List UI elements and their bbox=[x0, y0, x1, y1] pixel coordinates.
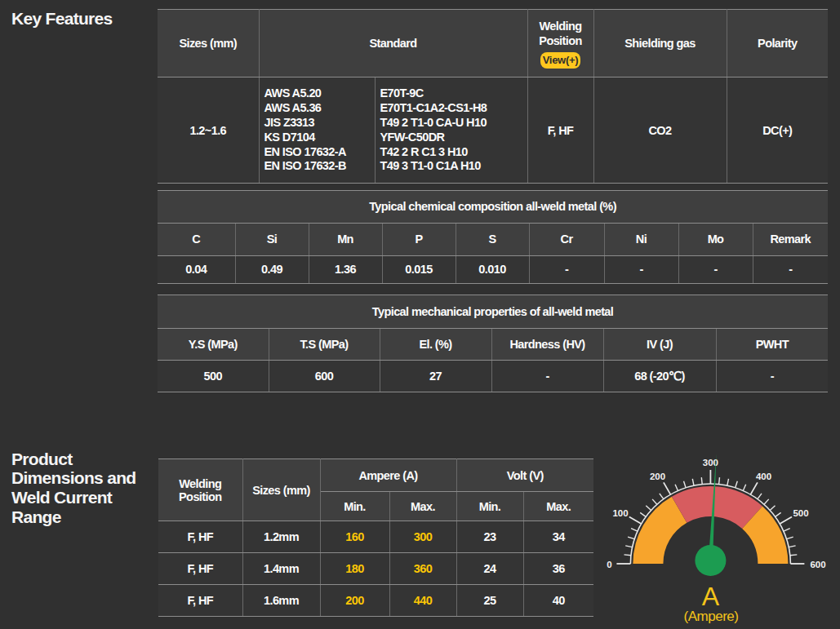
svg-text:400: 400 bbox=[756, 472, 771, 481]
svg-text:100: 100 bbox=[612, 508, 628, 518]
svg-text:200: 200 bbox=[650, 472, 665, 481]
svg-text:(Ampere): (Ampere) bbox=[684, 609, 739, 624]
svg-text:0: 0 bbox=[607, 560, 611, 569]
svg-text:600: 600 bbox=[810, 560, 825, 569]
svg-text:500: 500 bbox=[793, 508, 808, 518]
svg-text:A: A bbox=[702, 582, 720, 611]
